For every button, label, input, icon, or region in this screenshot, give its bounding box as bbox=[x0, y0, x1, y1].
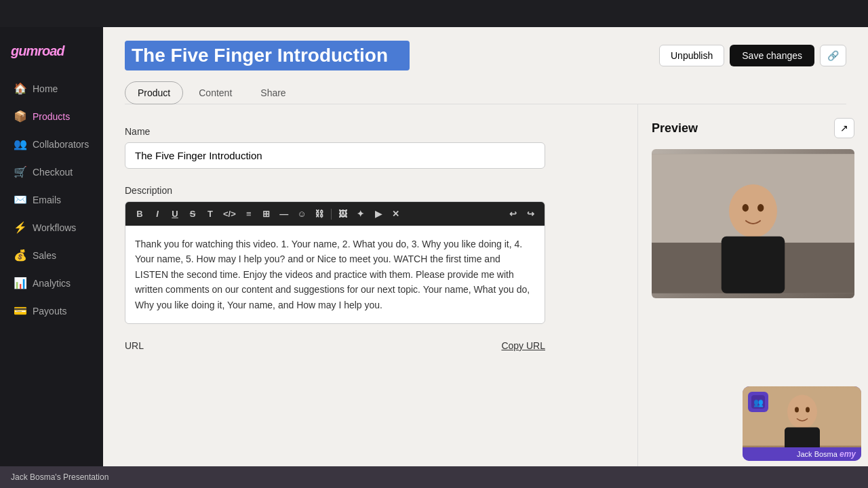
text-format-button[interactable]: T bbox=[203, 207, 218, 220]
analytics-icon: 📊 bbox=[14, 277, 26, 289]
products-icon: 📦 bbox=[14, 110, 26, 123]
editor-content[interactable]: Thank you for watching this video. 1. Yo… bbox=[125, 226, 545, 323]
preview-header: Preview ↗ bbox=[652, 118, 854, 138]
svg-rect-11 bbox=[785, 428, 820, 448]
video-label: Jack Bosma emy bbox=[743, 447, 861, 461]
description-label: Description bbox=[125, 185, 616, 196]
bottom-bar: Jack Bosma's Presentation bbox=[0, 466, 868, 488]
sidebar-item-sales[interactable]: 💰 Sales bbox=[3, 242, 100, 268]
list-button[interactable]: ≡ bbox=[241, 207, 256, 220]
editor-area[interactable]: Name Description B I U S T </> ≡ bbox=[103, 104, 637, 466]
svg-text:👥: 👥 bbox=[753, 397, 764, 407]
sidebar-label-analytics: Analytics bbox=[33, 278, 71, 289]
svg-rect-4 bbox=[722, 237, 785, 293]
page-title-input[interactable] bbox=[125, 41, 410, 70]
description-editor: B I U S T </> ≡ ⊞ — ☺ ⛓ 🖼 bbox=[125, 201, 545, 324]
logo-text: gumroad bbox=[11, 43, 64, 58]
checkout-icon: 🛒 bbox=[14, 165, 26, 178]
clear-button[interactable]: ✕ bbox=[389, 207, 403, 220]
sidebar-label-emails: Emails bbox=[33, 195, 61, 205]
video-app-icon: 👥 bbox=[748, 392, 768, 412]
sidebar-item-products[interactable]: 📦 Products bbox=[3, 103, 100, 129]
sidebar-label-home: Home bbox=[33, 83, 58, 94]
sidebar-label-products: Products bbox=[33, 111, 70, 122]
collaborators-icon: 👥 bbox=[14, 138, 26, 150]
code-button[interactable]: </> bbox=[220, 207, 239, 220]
emoji-button[interactable]: ☺ bbox=[294, 207, 309, 220]
svg-point-13 bbox=[806, 407, 810, 413]
sidebar-label-workflows: Workflows bbox=[33, 222, 76, 233]
top-bar bbox=[0, 0, 868, 27]
preview-image bbox=[652, 149, 854, 298]
tab-share[interactable]: Share bbox=[248, 81, 298, 104]
tabs: Product Content Share bbox=[125, 81, 846, 104]
preview-open-button[interactable]: ↗ bbox=[834, 118, 854, 138]
sidebar: gumroad 🏠 Home 📦 Products 👥 Collaborator… bbox=[0, 27, 103, 466]
home-icon: 🏠 bbox=[14, 82, 26, 95]
description-text: Thank you for watching this video. 1. Yo… bbox=[135, 239, 530, 310]
preview-svg bbox=[652, 149, 854, 298]
sidebar-label-collaborators: Collaborators bbox=[33, 139, 89, 150]
name-label: Name bbox=[125, 126, 616, 137]
payouts-icon: 💳 bbox=[14, 304, 26, 317]
video-button[interactable]: ▶ bbox=[371, 207, 386, 220]
preview-title: Preview bbox=[652, 121, 698, 136]
tab-content[interactable]: Content bbox=[186, 81, 245, 104]
app-name: emy bbox=[840, 449, 856, 459]
sidebar-item-payouts[interactable]: 💳 Payouts bbox=[3, 298, 100, 324]
sidebar-item-analytics[interactable]: 📊 Analytics bbox=[3, 270, 100, 296]
header-top: Unpublish Save changes 🔗 bbox=[125, 41, 846, 70]
name-input[interactable] bbox=[125, 142, 545, 169]
media-button[interactable]: ✦ bbox=[353, 207, 368, 220]
italic-button[interactable]: I bbox=[150, 207, 165, 220]
undo-button[interactable]: ↩ bbox=[505, 207, 520, 220]
bold-button[interactable]: B bbox=[132, 207, 147, 220]
url-row: URL Copy URL bbox=[125, 340, 545, 351]
tab-product[interactable]: Product bbox=[125, 81, 183, 104]
sidebar-item-collaborators[interactable]: 👥 Collaborators bbox=[3, 131, 100, 157]
preview-video bbox=[652, 149, 854, 298]
svg-point-12 bbox=[795, 407, 799, 413]
undo-redo-group: ↩ ↪ bbox=[505, 207, 538, 220]
unpublish-button[interactable]: Unpublish bbox=[659, 45, 724, 66]
sidebar-label-payouts: Payouts bbox=[33, 306, 67, 317]
editor-toolbar: B I U S T </> ≡ ⊞ — ☺ ⛓ 🖼 bbox=[125, 202, 545, 226]
save-changes-button[interactable]: Save changes bbox=[730, 45, 814, 66]
header-actions: Unpublish Save changes 🔗 bbox=[659, 45, 846, 66]
url-label: URL bbox=[125, 340, 144, 351]
toolbar-separator bbox=[331, 209, 332, 220]
name-field: Name bbox=[125, 126, 616, 169]
emails-icon: ✉️ bbox=[14, 193, 26, 206]
sidebar-item-checkout[interactable]: 🛒 Checkout bbox=[3, 159, 100, 185]
workflows-icon: ⚡ bbox=[14, 221, 26, 234]
underline-button[interactable]: U bbox=[167, 207, 182, 220]
description-field: Description B I U S T </> ≡ ⊞ — ☺ bbox=[125, 185, 616, 324]
sidebar-nav: 🏠 Home 📦 Products 👥 Collaborators 🛒 Chec… bbox=[0, 75, 103, 466]
svg-point-3 bbox=[729, 184, 777, 237]
sidebar-item-home[interactable]: 🏠 Home bbox=[3, 75, 100, 102]
svg-point-10 bbox=[787, 395, 817, 429]
sidebar-item-workflows[interactable]: ⚡ Workflows bbox=[3, 214, 100, 241]
presenter-name: Jack Bosma bbox=[797, 450, 837, 458]
link-editor-button[interactable]: ⛓ bbox=[312, 207, 327, 220]
logo: gumroad bbox=[0, 38, 103, 75]
divider-button[interactable]: — bbox=[277, 207, 292, 220]
copy-url-button[interactable]: Copy URL bbox=[501, 340, 545, 351]
video-overlay: 👥 Jack Bosma emy bbox=[743, 386, 861, 461]
ordered-list-button[interactable]: ⊞ bbox=[259, 207, 274, 220]
link-button[interactable]: 🔗 bbox=[820, 45, 846, 66]
svg-point-5 bbox=[743, 204, 749, 211]
video-face: 👥 bbox=[743, 386, 861, 447]
strikethrough-button[interactable]: S bbox=[185, 207, 200, 220]
sidebar-item-emails[interactable]: ✉️ Emails bbox=[3, 186, 100, 213]
redo-button[interactable]: ↪ bbox=[523, 207, 538, 220]
image-button[interactable]: 🖼 bbox=[336, 207, 351, 220]
app-icon-svg: 👥 bbox=[751, 395, 765, 409]
main-area: gumroad 🏠 Home 📦 Products 👥 Collaborator… bbox=[0, 27, 868, 466]
sidebar-label-checkout: Checkout bbox=[33, 167, 73, 178]
bottom-text: Jack Bosma's Presentation bbox=[11, 472, 108, 482]
sales-icon: 💰 bbox=[14, 249, 26, 262]
sidebar-label-sales: Sales bbox=[33, 250, 56, 261]
svg-point-6 bbox=[757, 204, 764, 211]
content-header: Unpublish Save changes 🔗 Product Content… bbox=[103, 27, 868, 104]
